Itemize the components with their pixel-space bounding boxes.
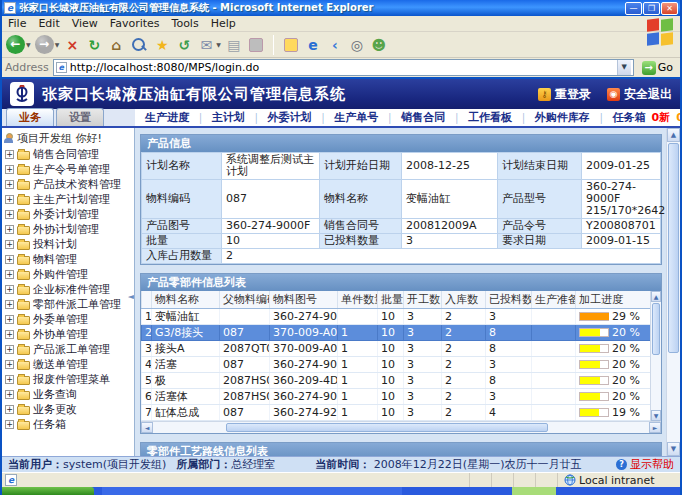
expand-icon[interactable] — [5, 390, 14, 399]
column-header[interactable]: 入库数 — [442, 291, 486, 309]
expand-icon[interactable] — [5, 165, 14, 174]
parts-horizontal-scrollbar[interactable] — [141, 421, 661, 433]
expand-icon[interactable] — [5, 330, 14, 339]
menu-item-file[interactable]: File — [8, 17, 26, 30]
menu-item-help[interactable]: Help — [211, 17, 236, 30]
sidebar-item-业务查询[interactable]: 业务查询 — [2, 387, 134, 402]
sidebar-item-外购件管理[interactable]: 外购件管理 — [2, 267, 134, 282]
forward-icon[interactable]: →▼ — [35, 35, 60, 54]
column-header[interactable]: 单件数量 — [338, 291, 378, 309]
print-icon[interactable]: ▤ — [225, 36, 243, 54]
menu-item-favorites[interactable]: Favorites — [110, 17, 160, 30]
maximize-button[interactable]: ❐ — [643, 2, 660, 15]
scroll-right-icon[interactable] — [649, 422, 661, 433]
expand-icon[interactable] — [5, 180, 14, 189]
scroll-thumb[interactable] — [652, 303, 660, 355]
nav-item-外委计划[interactable]: 外委计划 — [268, 110, 312, 125]
sidebar-item-主生产计划管理[interactable]: 主生产计划管理 — [2, 192, 134, 207]
stop-icon[interactable]: × — [63, 36, 81, 54]
table-row[interactable]: 7缸体总成087360-274-9200F11032419 % — [142, 405, 662, 421]
sidebar-item-外委计划管理[interactable]: 外委计划管理 — [2, 207, 134, 222]
sidebar-item-外协单管理[interactable]: 外协单管理 — [2, 327, 134, 342]
table-row[interactable]: 6活塞体2087HS002360-274-9011W11032320 % — [142, 389, 662, 405]
column-header[interactable] — [142, 291, 152, 309]
menu-item-edit[interactable]: Edit — [38, 17, 59, 30]
expand-icon[interactable] — [5, 300, 14, 309]
sidebar-item-投料计划[interactable]: 投料计划 — [2, 237, 134, 252]
sidebar-item-业务更改[interactable]: 业务更改 — [2, 402, 134, 417]
sidebar-item-企业标准件管理[interactable]: 企业标准件管理 — [2, 282, 134, 297]
sidebar-item-外委单管理[interactable]: 外委单管理 — [2, 312, 134, 327]
nav-item-任务箱[interactable]: 任务箱 — [612, 110, 645, 125]
menu-item-tools[interactable]: Tools — [172, 17, 199, 30]
column-header[interactable]: 生产准备 — [532, 291, 576, 309]
home-icon[interactable]: ⌂ — [107, 36, 125, 54]
column-header[interactable]: 加工进度 — [576, 291, 662, 309]
expand-icon[interactable] — [5, 270, 14, 279]
minimize-button[interactable]: — — [625, 2, 642, 15]
hscroll-thumb[interactable] — [226, 423, 548, 432]
msn-icon[interactable]: ‹ — [326, 36, 344, 54]
notes-icon[interactable] — [282, 38, 300, 52]
dropdown-arrow-icon[interactable]: ▼ — [55, 41, 60, 48]
taskbar-window-button[interactable] — [102, 487, 402, 495]
main-scroll-down-icon[interactable] — [667, 442, 680, 456]
column-header[interactable]: 物料名称 — [152, 291, 220, 309]
expand-icon[interactable] — [5, 405, 14, 414]
address-dropdown-icon[interactable]: ▼ — [617, 60, 631, 75]
nav-item-主计划[interactable]: 主计划 — [212, 110, 245, 125]
nav-item-销售合同[interactable]: 销售合同 — [401, 110, 445, 125]
scroll-up-icon[interactable] — [651, 291, 661, 302]
edit-icon[interactable] — [247, 38, 265, 52]
history-icon[interactable]: ↺ — [175, 36, 193, 54]
show-help-link[interactable]: 显示帮助 — [616, 457, 674, 472]
table-row[interactable]: 5极2087HS002360-209-4D01011032820 % — [142, 373, 662, 389]
sidebar-item-生产令号单管理[interactable]: 生产令号单管理 — [2, 162, 134, 177]
column-header[interactable]: 批量 — [378, 291, 404, 309]
expand-icon[interactable] — [5, 210, 14, 219]
sidebar-item-报废件管理菜单[interactable]: 报废件管理菜单 — [2, 372, 134, 387]
start-button[interactable] — [2, 487, 94, 495]
favorites-icon[interactable]: ★ — [153, 36, 171, 54]
messenger-icon[interactable]: ☻ — [370, 36, 388, 54]
sidebar-item-产品派工单管理[interactable]: 产品派工单管理 — [2, 342, 134, 357]
main-scroll-up-icon[interactable] — [667, 128, 680, 142]
nav-item-外购件库存[interactable]: 外购件库存 — [535, 110, 590, 125]
sidebar-item-物料管理[interactable]: 物料管理 — [2, 252, 134, 267]
dropdown-arrow-icon[interactable]: ▼ — [216, 41, 221, 48]
tab-设置[interactable]: 设置 — [56, 108, 104, 126]
expand-icon[interactable] — [5, 225, 14, 234]
expand-icon[interactable] — [5, 315, 14, 324]
refresh-icon[interactable]: ↻ — [85, 36, 103, 54]
parts-vertical-scrollbar[interactable] — [650, 291, 661, 421]
windows-taskbar[interactable] — [2, 487, 680, 495]
ie-icon[interactable]: e — [304, 36, 322, 54]
expand-icon[interactable] — [5, 375, 14, 384]
expand-icon[interactable] — [5, 240, 14, 249]
dropdown-arrow-icon[interactable]: ▼ — [26, 41, 31, 48]
column-header[interactable]: 父物料编码 — [220, 291, 270, 309]
expand-icon[interactable] — [5, 195, 14, 204]
nav-item-生产单号[interactable]: 生产单号 — [334, 110, 378, 125]
expand-icon[interactable] — [5, 255, 14, 264]
main-scroll-thumb[interactable] — [668, 143, 679, 353]
nav-item-工作看板[interactable]: 工作看板 — [468, 110, 512, 125]
sidebar-collapse-icon[interactable]: ◄ — [128, 292, 134, 301]
address-input[interactable]: e http://localhost:8080/MPS/login.do ▼ — [53, 59, 634, 76]
column-header[interactable]: 已投料数 — [486, 291, 532, 309]
sidebar-item-任务箱[interactable]: 任务箱 — [2, 417, 134, 432]
expand-icon[interactable] — [5, 150, 14, 159]
table-row[interactable]: 1变幅油缸360-274-9000F1032329 % — [142, 309, 662, 325]
nav-item-生产进度[interactable]: 生产进度 — [145, 110, 189, 125]
column-header[interactable]: 开工数 — [404, 291, 442, 309]
logout-button[interactable]: ◉ 安全退出 — [607, 86, 672, 103]
menu-item-view[interactable]: View — [72, 17, 98, 30]
table-row[interactable]: 4活塞087360-274-9010F11032320 % — [142, 357, 662, 373]
expand-icon[interactable] — [5, 285, 14, 294]
table-row[interactable]: 2G3/8接头087370-009-A084011032820 % — [142, 325, 662, 341]
scroll-left-icon[interactable] — [141, 422, 153, 433]
expand-icon[interactable] — [5, 360, 14, 369]
taskbar-item[interactable] — [512, 487, 556, 495]
main-vertical-scrollbar[interactable] — [666, 128, 680, 456]
expand-icon[interactable] — [5, 420, 14, 429]
